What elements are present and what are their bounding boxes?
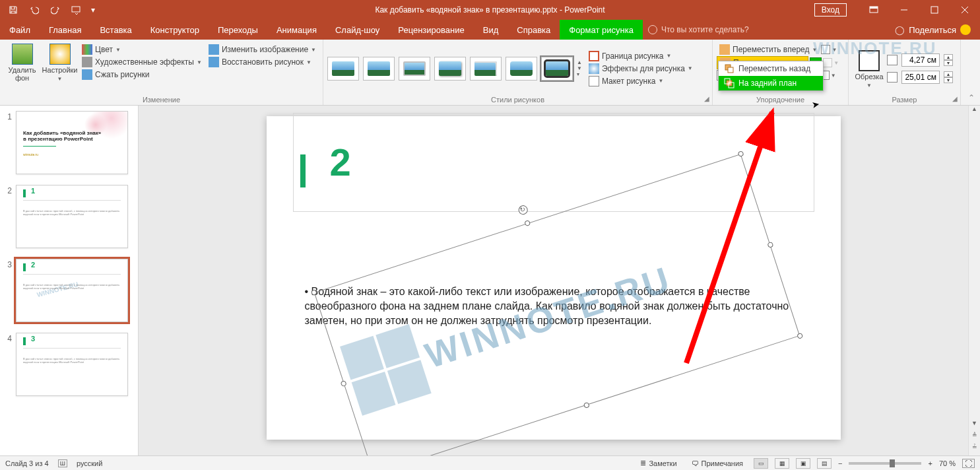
- menu-send-backward[interactable]: Переместить назад: [719, 61, 823, 76]
- tab-design[interactable]: Конструктор: [141, 20, 209, 40]
- reset-picture-button[interactable]: Восстановить рисунок▼: [206, 56, 319, 68]
- width-spinner[interactable]: ▲▼: [887, 71, 953, 84]
- feedback-smiley-icon[interactable]: [960, 24, 971, 35]
- share-button[interactable]: Поделиться: [909, 25, 956, 35]
- undo-icon[interactable]: [25, 1, 44, 19]
- slideshow-view-icon[interactable]: ▤: [817, 458, 832, 469]
- notes-button[interactable]: ≣Заметки: [636, 459, 680, 467]
- size-launcher-icon[interactable]: ◢: [951, 95, 959, 103]
- group-icon[interactable]: [823, 58, 832, 67]
- collapse-ribbon-icon[interactable]: ⌃: [968, 93, 975, 102]
- width-icon: [887, 72, 898, 83]
- change-picture-button[interactable]: Изменить изображение▼: [206, 44, 319, 55]
- ribbon-display-options-icon[interactable]: [859, 0, 889, 20]
- comments-button[interactable]: 🗨Примечания: [688, 459, 748, 467]
- language-status[interactable]: русский: [77, 459, 102, 467]
- corrections-button[interactable]: Настройки ▼: [42, 41, 78, 83]
- tab-review[interactable]: Рецензирование: [389, 20, 473, 40]
- close-icon[interactable]: [950, 0, 980, 20]
- style-thumb-1[interactable]: [327, 57, 359, 81]
- bring-forward-button[interactable]: Переместить вперед▼: [717, 44, 820, 55]
- reading-view-icon[interactable]: ▣: [796, 458, 810, 469]
- menu-send-to-back[interactable]: На задний план: [719, 76, 823, 90]
- style-thumb-3[interactable]: [399, 57, 430, 81]
- slide-thumbnail-4[interactable]: 3 В данной статье описан простой способ,…: [16, 333, 128, 396]
- group-picture-styles: ▲ ▼ ▾ Граница рисунка▼ Эффекты для рисун…: [323, 40, 713, 105]
- picture-layout-label: Макет рисунка: [602, 77, 656, 86]
- maximize-icon[interactable]: [919, 0, 950, 20]
- picture-layout-button[interactable]: Макет рисунка▼: [586, 75, 696, 87]
- style-thumb-2[interactable]: [363, 57, 395, 81]
- group-size: Обрезка▼ ▲▼ ▲▼ Размер ◢: [849, 40, 961, 105]
- tab-animations[interactable]: Анимация: [267, 20, 326, 40]
- slide-sorter-view-icon[interactable]: ▦: [775, 458, 789, 469]
- width-up-icon[interactable]: ▲: [944, 71, 953, 77]
- slide-thumbnails-pane[interactable]: 1 Как добавить «водяной знак» в презента…: [0, 106, 139, 455]
- zoom-level[interactable]: 70 %: [939, 459, 956, 467]
- scroll-up-icon[interactable]: ▲: [969, 106, 980, 118]
- login-button[interactable]: Вход: [814, 3, 847, 17]
- zoom-in-icon[interactable]: +: [928, 459, 932, 467]
- tab-insert[interactable]: Вставка: [90, 20, 141, 40]
- zoom-out-icon[interactable]: −: [838, 459, 842, 467]
- color-button[interactable]: Цвет▼: [79, 44, 205, 55]
- height-input[interactable]: [901, 53, 940, 67]
- thumb-index: 1: [4, 111, 12, 121]
- tab-home[interactable]: Главная: [40, 20, 90, 40]
- height-up-icon[interactable]: ▲: [944, 54, 953, 60]
- tab-view[interactable]: Вид: [474, 20, 508, 40]
- prev-slide-icon[interactable]: ≜: [969, 432, 980, 444]
- svg-rect-4: [931, 7, 938, 13]
- fit-to-window-icon[interactable]: ⛶: [962, 459, 975, 468]
- color-icon: [82, 44, 92, 55]
- picture-styles-gallery[interactable]: ▲ ▼ ▾: [327, 57, 582, 81]
- zoom-slider[interactable]: [849, 462, 921, 465]
- gallery-expand-icon[interactable]: ▾: [577, 71, 582, 77]
- slide-thumbnail-1[interactable]: Как добавить «водяной знак» в презентаци…: [16, 111, 128, 174]
- start-slideshow-icon[interactable]: [67, 1, 86, 19]
- save-icon[interactable]: [4, 1, 22, 19]
- height-spinner[interactable]: ▲▼: [887, 53, 953, 67]
- gallery-scroll-down-icon[interactable]: ▼: [577, 65, 582, 71]
- spell-check-icon[interactable]: Ш: [58, 459, 67, 467]
- align-icon[interactable]: [821, 45, 830, 54]
- qat-customize-icon[interactable]: ▾: [88, 1, 98, 19]
- resize-handle-icon[interactable]: [797, 333, 803, 339]
- redo-icon[interactable]: [46, 1, 65, 19]
- slide-canvas[interactable]: 2 Водяной знак – это какой-либо текст ил…: [139, 106, 968, 455]
- tab-transitions[interactable]: Переходы: [209, 20, 267, 40]
- vertical-scrollbar[interactable]: ▲ ▼ ≜ ≟: [968, 106, 980, 455]
- style-thumb-5[interactable]: [470, 57, 502, 81]
- resize-handle-icon[interactable]: [583, 402, 589, 409]
- compress-pictures-button[interactable]: Сжать рисунки: [79, 69, 205, 81]
- tab-file[interactable]: Файл: [0, 20, 40, 40]
- artistic-effects-button[interactable]: Художественные эффекты▼: [79, 56, 205, 68]
- slide-thumbnail-3[interactable]: 2 WINNOTE.RU В данной статье описан прос…: [16, 259, 128, 322]
- style-thumb-6[interactable]: [506, 57, 537, 81]
- tab-help[interactable]: Справка: [507, 20, 560, 40]
- picture-styles-launcher-icon[interactable]: ◢: [703, 95, 711, 103]
- style-thumb-4[interactable]: [434, 57, 466, 81]
- minimize-icon[interactable]: [889, 0, 919, 20]
- artistic-effects-label: Художественные эффекты: [95, 57, 194, 67]
- width-input[interactable]: [901, 71, 940, 84]
- height-down-icon[interactable]: ▼: [944, 60, 953, 66]
- menu-send-backward-label: Переместить назад: [738, 64, 810, 73]
- window-controls: Вход: [814, 0, 980, 20]
- crop-button[interactable]: Обрезка▼: [853, 48, 886, 90]
- picture-effects-button[interactable]: Эффекты для рисунка▼: [586, 63, 696, 75]
- tab-slideshow[interactable]: Слайд-шоу: [326, 20, 389, 40]
- watermark-text: WINNOTE.RU: [420, 258, 676, 376]
- width-down-icon[interactable]: ▼: [944, 77, 953, 83]
- picture-border-button[interactable]: Граница рисунка▼: [586, 50, 696, 62]
- next-slide-icon[interactable]: ≟: [969, 444, 980, 455]
- slide-thumbnail-2[interactable]: 1 В данной статье описан простой способ,…: [16, 185, 128, 248]
- tab-picture-format[interactable]: Формат рисунка: [560, 20, 643, 40]
- remove-background-button[interactable]: Удалить фон: [4, 41, 40, 82]
- style-thumb-7[interactable]: [541, 57, 573, 81]
- gallery-scroll-up-icon[interactable]: ▲: [577, 59, 582, 65]
- slide-counter[interactable]: Слайд 3 из 4: [5, 459, 49, 467]
- normal-view-icon[interactable]: ▭: [754, 458, 768, 469]
- scroll-down-icon[interactable]: ▼: [969, 420, 980, 432]
- tell-me-search[interactable]: Что вы хотите сделать?: [648, 20, 749, 40]
